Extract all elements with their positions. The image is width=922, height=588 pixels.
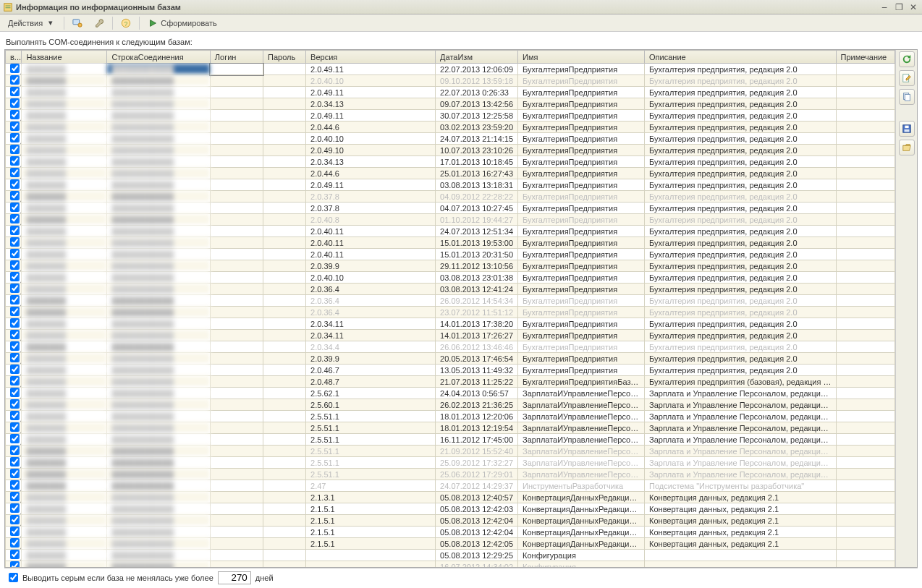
- cell-version[interactable]: 2.5.62.1: [306, 388, 436, 399]
- cell-description[interactable]: Зарплата и Управление Персоналом, редакц…: [645, 422, 837, 434]
- cell-date[interactable]: 09.10.2012 13:59:18: [436, 75, 518, 87]
- row-checkbox[interactable]: [10, 272, 20, 281]
- cell-password[interactable]: [263, 399, 306, 411]
- row-checkbox[interactable]: [10, 457, 20, 466]
- cell-description[interactable]: Зарплата и Управление Персоналом, редакц…: [645, 469, 837, 480]
- cell-version[interactable]: 2.0.37.8: [306, 191, 436, 203]
- cell-description[interactable]: Конвертация данных, редакция 2.1: [645, 515, 837, 527]
- cell-login[interactable]: [210, 469, 263, 480]
- cell-login[interactable]: [210, 226, 263, 237]
- cell-date[interactable]: 30.07.2013 12:25:58: [436, 110, 518, 122]
- cell-login[interactable]: [210, 133, 263, 145]
- table-row[interactable]: ██████████████████2.0.44.603.02.2013 23:…: [6, 122, 895, 133]
- row-checkbox[interactable]: [10, 307, 20, 316]
- cell-version[interactable]: 2.0.36.4: [306, 284, 436, 295]
- cell-note[interactable]: [836, 133, 894, 145]
- cell-date[interactable]: 04.07.2013 10:27:45: [436, 203, 518, 214]
- cell-note[interactable]: [836, 411, 894, 422]
- cell-description[interactable]: Зарплата и Управление Персоналом, редакц…: [645, 446, 837, 457]
- cell-date[interactable]: 03.08.2013 23:01:38: [436, 272, 518, 284]
- maximize-button[interactable]: ❐: [893, 2, 905, 12]
- row-checkbox-cell[interactable]: [6, 469, 22, 480]
- cell-password[interactable]: [263, 365, 306, 376]
- cell-note[interactable]: [836, 550, 894, 561]
- cell-password[interactable]: [263, 110, 306, 122]
- cell-connection[interactable]: ███████████: [107, 365, 210, 376]
- cell-login[interactable]: [210, 87, 263, 98]
- open-button[interactable]: [899, 140, 915, 155]
- table-row[interactable]: ██████████████████2.4724.07.2012 14:29:3…: [6, 480, 895, 492]
- cell-implementation[interactable]: БухгалтерияПредприятия: [518, 272, 645, 284]
- cell-connection[interactable]: ███████████: [107, 307, 210, 318]
- cell-password[interactable]: [263, 272, 306, 284]
- cell-date[interactable]: 15.01.2013 20:31:50: [436, 249, 518, 260]
- cell-version[interactable]: 2.0.36.4: [306, 307, 436, 318]
- cell-name[interactable]: ███████: [22, 64, 107, 75]
- cell-description[interactable]: Бухгалтерия предприятия, редакция 2.0: [645, 237, 837, 249]
- cell-implementation[interactable]: БухгалтерияПредприятия: [518, 284, 645, 295]
- cell-description[interactable]: Бухгалтерия предприятия, редакция 2.0: [645, 133, 837, 145]
- table-row[interactable]: ██████████████████2.0.48.721.07.2013 11:…: [6, 376, 895, 388]
- cell-date[interactable]: 03.02.2013 23:59:20: [436, 122, 518, 133]
- cell-login[interactable]: [210, 376, 263, 388]
- cell-implementation[interactable]: БухгалтерияПредприятия: [518, 249, 645, 260]
- cell-login[interactable]: [210, 457, 263, 469]
- table-row[interactable]: ██████████████████2.5.51.121.09.2012 15:…: [6, 446, 895, 457]
- cell-implementation[interactable]: ЗарплатаИУправлениеПерсоналом: [518, 388, 645, 399]
- cell-connection[interactable]: ███████████: [107, 168, 210, 179]
- cell-password[interactable]: [263, 249, 306, 260]
- cell-version[interactable]: 2.5.51.1: [306, 446, 436, 457]
- cell-login[interactable]: [210, 330, 263, 341]
- table-row[interactable]: ██████████████████2.5.60.126.02.2013 21:…: [6, 399, 895, 411]
- col-note[interactable]: Примечание: [836, 51, 894, 64]
- cell-description[interactable]: Бухгалтерия предприятия, редакция 2.0: [645, 365, 837, 376]
- cell-implementation[interactable]: БухгалтерияПредприятия: [518, 168, 645, 179]
- cell-date[interactable]: 05.08.2013 12:40:57: [436, 492, 518, 503]
- cell-description[interactable]: Конвертация данных, редакция 2.1: [645, 503, 837, 515]
- cell-date[interactable]: 26.09.2012 14:54:34: [436, 295, 518, 307]
- cell-name[interactable]: ███████: [22, 249, 107, 260]
- cell-connection[interactable]: ███████████: [107, 122, 210, 133]
- cell-login[interactable]: [210, 480, 263, 492]
- row-checkbox[interactable]: [10, 550, 20, 559]
- cell-date[interactable]: 23.07.2012 11:51:12: [436, 307, 518, 318]
- cell-name[interactable]: ███████: [22, 87, 107, 98]
- cell-note[interactable]: [836, 226, 894, 237]
- row-checkbox-cell[interactable]: [6, 550, 22, 561]
- cell-connection[interactable]: ███████████: [107, 376, 210, 388]
- cell-password[interactable]: [263, 318, 306, 330]
- cell-name[interactable]: ███████: [22, 330, 107, 341]
- row-checkbox-cell[interactable]: [6, 122, 22, 133]
- row-checkbox-cell[interactable]: [6, 353, 22, 365]
- cell-implementation[interactable]: БухгалтерияПредприятияБазовая: [518, 376, 645, 388]
- cell-implementation[interactable]: КонвертацияДанныхРедакция21: [518, 492, 645, 503]
- cell-version[interactable]: 2.0.39.9: [306, 353, 436, 365]
- cell-version[interactable]: [306, 550, 436, 561]
- cell-note[interactable]: [836, 376, 894, 388]
- cell-password[interactable]: [263, 145, 306, 156]
- cell-implementation[interactable]: КонвертацияДанныхРедакция21: [518, 527, 645, 538]
- col-password[interactable]: Пароль: [263, 51, 306, 64]
- cell-connection[interactable]: ███████████: [107, 318, 210, 330]
- table-row[interactable]: ██████████████████2.5.51.116.11.2012 17:…: [6, 434, 895, 446]
- cell-version[interactable]: 2.0.34.13: [306, 156, 436, 168]
- cell-note[interactable]: [836, 64, 894, 75]
- cell-connection[interactable]: ███████████: [107, 422, 210, 434]
- cell-note[interactable]: [836, 122, 894, 133]
- cell-implementation[interactable]: КонвертацияДанныхРедакция21: [518, 515, 645, 527]
- row-checkbox-cell[interactable]: [6, 527, 22, 538]
- cell-name[interactable]: ███████: [22, 145, 107, 156]
- cell-implementation[interactable]: БухгалтерияПредприятия: [518, 179, 645, 191]
- row-checkbox[interactable]: [10, 133, 20, 142]
- table-row[interactable]: ██████████████████2.0.34.1317.01.2013 10…: [6, 156, 895, 168]
- cell-password[interactable]: [263, 492, 306, 503]
- row-checkbox-cell[interactable]: [6, 156, 22, 168]
- table-row[interactable]: ██████████████████2.5.51.118.01.2013 12:…: [6, 422, 895, 434]
- cell-note[interactable]: [836, 295, 894, 307]
- cell-connection[interactable]: ███████████: [107, 87, 210, 98]
- table-row[interactable]: ██████████████████2.5.51.125.09.2012 17:…: [6, 457, 895, 469]
- cell-name[interactable]: ███████: [22, 168, 107, 179]
- refresh-button[interactable]: [899, 51, 915, 67]
- cell-login[interactable]: [210, 203, 263, 214]
- cell-name[interactable]: ███████: [22, 226, 107, 237]
